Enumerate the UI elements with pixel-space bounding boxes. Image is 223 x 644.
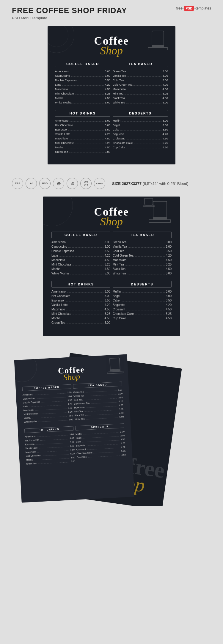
item-name: Americano [51, 241, 66, 244]
item-name: Mint Chocolate [51, 312, 71, 315]
item-price: 3.00 [118, 392, 123, 395]
coffee-based-section-3: COFFEE BASED Americano 3.00 Cappuccino 3… [22, 384, 73, 424]
item-price: 4.50 [119, 404, 123, 407]
item-price: 4.50 [68, 414, 73, 417]
item-name: Chocolate Cake [76, 451, 92, 455]
format-psd: PSD [39, 178, 51, 189]
item-name: Double Espresso [51, 249, 74, 253]
item-price: 3.50 [105, 128, 111, 131]
menu-card-2-wrapper: Coffee Shop COFFEE BASED Americano 3.00 … [0, 194, 223, 345]
item-price: 4.20 [163, 132, 168, 136]
item-dots [128, 261, 164, 261]
item-dots [65, 301, 103, 301]
item-name: Vanilla Tea [73, 394, 84, 398]
item-dots [126, 310, 164, 310]
hot-items: Americano 3.00 Hot Chocolate 3.00 Espres… [55, 119, 110, 154]
item-name: Cold Green Tea [113, 254, 134, 257]
size-detail: (8,5"x11" with 0,25" Bleed) [143, 181, 189, 186]
hot-drinks-header-3: HOT DRINKS [24, 426, 74, 433]
item-dots [66, 310, 103, 310]
item-dots [34, 393, 66, 395]
item-name: Americano [23, 393, 33, 396]
item-price: 3.50 [166, 249, 172, 253]
format-layers: ⊕ [53, 178, 64, 189]
item-price: 3.00 [105, 245, 110, 248]
item-price: 4.50 [166, 308, 172, 311]
menu-item: Vanilla Tea 3.00 [113, 245, 172, 249]
item-price: 3.50 [118, 396, 123, 399]
menu-item: Americano 3.00 [55, 119, 110, 122]
menu-item: Mocha 4.50 [55, 96, 110, 100]
item-name: White Mocha [55, 101, 71, 104]
coffee-shop-title: Coffee Shop [55, 32, 168, 56]
item-price: 3.00 [105, 74, 111, 77]
coffee-based-header-2: COFFEE BASED [51, 232, 110, 238]
item-dots [59, 256, 103, 257]
menu-item: Chocolate Cake 5.25 [113, 312, 172, 316]
coffee-based-section-2: COFFEE BASED Americano 3.00 Cappuccino 3… [51, 232, 110, 276]
item-name: Green Tea [55, 150, 68, 153]
item-dots [85, 414, 118, 416]
page-header: FREE COFFEE SHOP FRIDAY PSD Menu Templat… [0, 0, 223, 23]
item-price: 3.00 [166, 294, 172, 298]
page-subtitle: PSD Menu Template [12, 16, 127, 20]
item-name: Mocha [51, 317, 60, 320]
item-dots [84, 410, 118, 412]
item-price: 4.20 [166, 303, 172, 307]
item-price: 4.50 [105, 146, 111, 149]
item-dots [67, 243, 103, 243]
menu-item: Mocha 4.50 [51, 317, 110, 320]
item-price: 4.50 [163, 96, 168, 100]
tea-based-header-2: TEA BASED [113, 232, 172, 238]
item-price: 3.50 [105, 78, 111, 82]
menu-item: White Tea 5.00 [113, 101, 168, 104]
menu-item: Mint Tea 5.25 [113, 92, 168, 95]
menu-item: Double Espresso 3.50 [51, 249, 110, 253]
hot-drinks-section-3: HOT DRINKS Americano 3.00 Hot Chocolate … [24, 426, 75, 466]
item-price: 4.50 [105, 137, 111, 140]
item-name: Espresso [25, 443, 34, 446]
item-name: Americano [51, 290, 66, 293]
item-price: 4.20 [166, 254, 172, 257]
item-name: Vanilla Tea [113, 245, 127, 248]
menu-item: Black Tea 4.50 [113, 96, 168, 100]
item-dots [121, 126, 161, 126]
menu-item: Latte 4.20 [55, 83, 110, 87]
tea-items-3: Green Tea 3.00 Vanilla Tea 3.00 Cold Tea… [73, 388, 124, 421]
item-dots [38, 420, 67, 422]
item-name: Maechiato [74, 406, 84, 409]
tea-based-section-3: TEA BASED Green Tea 3.00 Vanilla Tea 3.0… [73, 381, 124, 422]
menu-item: Espresso 3.50 [51, 299, 110, 302]
item-name: Mint Tea [113, 263, 124, 266]
item-name: Green Tea [113, 241, 127, 244]
item-name: Black Tea [113, 96, 125, 100]
item-dots [69, 139, 103, 139]
menu-item: Macchiato 4.50 [55, 137, 110, 140]
item-price: 4.50 [68, 406, 73, 409]
item-price: 5.25 [68, 410, 73, 413]
item-name: Mocha [26, 458, 33, 461]
coffee-items-3: Americano 3.00 Cappuccino 3.00 Double Es… [23, 391, 73, 423]
item-price: 4.50 [105, 267, 110, 271]
item-name: Mocha [55, 146, 64, 149]
item-price: 5.00 [105, 272, 110, 275]
size-info: SIZE 2627X3377 (8,5"x11" with 0,25" Blee… [112, 181, 189, 186]
item-price: 3.00 [163, 119, 168, 122]
hot-drinks-header: HOT DRINKS [55, 110, 110, 117]
hot-drinks-section: HOT DRINKS Americano 3.00 Hot Chocolate … [55, 110, 110, 155]
item-dots [135, 315, 164, 315]
item-dots [128, 243, 165, 243]
item-price: 3.50 [163, 128, 168, 131]
tea-items: Green Tea 3.00 Vanilla Tea 3.00 Cold Tea… [113, 70, 168, 104]
item-name: Cold Green Tea [113, 83, 132, 86]
format-dpi: 300DPI [80, 178, 92, 189]
item-name: Green Tea [113, 70, 126, 73]
logo-badge: PSD [184, 6, 194, 11]
item-price: 4.50 [121, 446, 125, 449]
menu-card-2: Coffee Shop COFFEE BASED Americano 3.00 … [43, 197, 180, 336]
tea-based-section-2: TEA BASED Green Tea 3.00 Vanilla Tea 3.0… [113, 232, 172, 276]
menu-item: Mint Chocolate 5.25 [55, 141, 110, 145]
menu-item: Hot Chocolate 3.00 [51, 294, 110, 298]
item-name: Bagel [113, 123, 120, 127]
item-price: 4.20 [105, 254, 110, 257]
